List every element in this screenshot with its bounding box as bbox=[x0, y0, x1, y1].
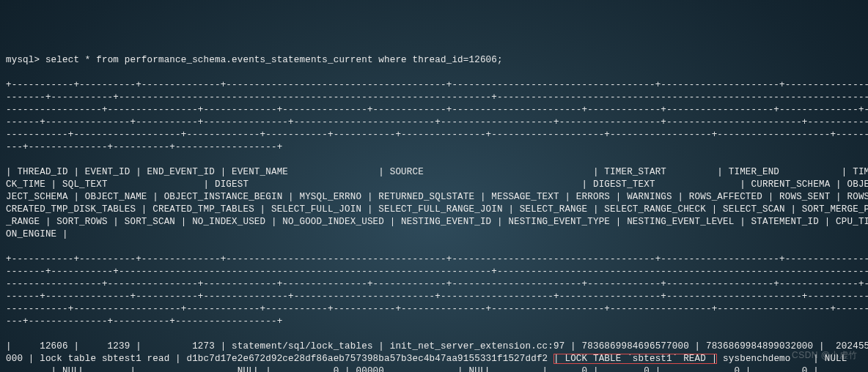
separator-top-1: +-----------+----------+--------------+-… bbox=[6, 79, 862, 154]
separator-top-2: +-----------+----------+--------------+-… bbox=[6, 253, 862, 328]
watermark: CSDN @小虚竹 bbox=[792, 349, 858, 362]
column-headers: | THREAD_ID | EVENT_ID | END_EVENT_ID | … bbox=[6, 166, 862, 241]
highlighted-lock-table: | LOCK TABLE `sbtest1` READ | bbox=[553, 354, 717, 364]
sql-query: select * from performance_schema.events_… bbox=[45, 55, 503, 65]
mysql-prompt: mysql> bbox=[6, 55, 40, 65]
data-row: | 12606 | 1239 | 1273 | statement/sql/lo… bbox=[6, 341, 862, 372]
